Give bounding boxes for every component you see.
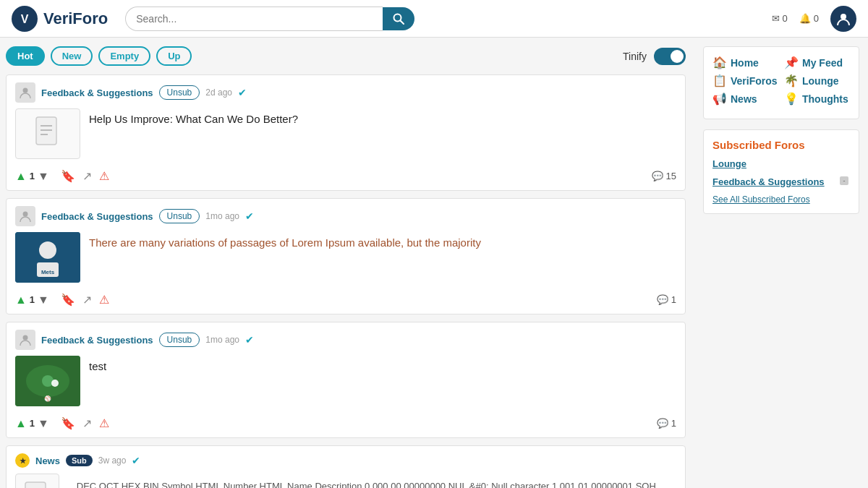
alert-icon[interactable]: ⚠ [99, 169, 109, 183]
comment-icon: 💬 [657, 418, 668, 429]
search-area [125, 7, 414, 31]
post-forum-link[interactable]: Feedback & Suggestions [41, 87, 153, 98]
post-actions: 🔖 ↗ ⚠ [61, 169, 109, 183]
svg-point-5 [23, 88, 28, 93]
alert-icon[interactable]: ⚠ [99, 416, 109, 430]
unsubscribe-icon[interactable]: - [838, 175, 850, 189]
post-time: 1mo ago [205, 211, 239, 221]
comment-number: 15 [666, 171, 676, 181]
sub-forum-lounge[interactable]: Lounge [712, 158, 746, 169]
post-text-content[interactable]: DEC OCT HEX BIN Symbol HTML Number HTML … [68, 474, 676, 488]
post-title[interactable]: Help Us Improve: What Can We Do Better? [89, 108, 298, 127]
logo-area: V VeriForo [12, 6, 108, 32]
nav-news-label: News [731, 93, 757, 105]
share-icon[interactable]: ↗ [82, 293, 92, 307]
svg-text:Mets: Mets [41, 269, 55, 275]
nav-news[interactable]: 📢 News [712, 92, 778, 106]
bookmark-icon[interactable]: 🔖 [61, 416, 75, 430]
upvote-button[interactable]: ▲ [15, 170, 27, 183]
filter-up[interactable]: Up [156, 46, 192, 66]
nav-lounge-label: Lounge [802, 75, 839, 87]
user-icon [19, 333, 32, 346]
subscribed-section: Subscribed Foros Lounge Feedback & Sugge… [703, 129, 859, 214]
sub-forum-item: Feedback & Suggestions - [712, 175, 850, 189]
header-right: ✉ 0 🔔 0 [772, 6, 856, 32]
header: V VeriForo ✉ 0 🔔 0 [0, 0, 868, 38]
post-forum-link[interactable]: Feedback & Suggestions [41, 211, 153, 222]
nav-home[interactable]: 🏠 Home [712, 56, 778, 69]
filter-bar: Hot New Empty Up Tinify [6, 46, 686, 66]
filter-empty[interactable]: Empty [98, 46, 150, 66]
post-forum-link[interactable]: News [35, 455, 60, 466]
avatar[interactable] [830, 6, 856, 32]
post-avatar [15, 206, 35, 226]
post-header: Feedback & Suggestions Unsub 2d ago ✔ [7, 75, 685, 108]
mail-count: 0 [783, 13, 788, 24]
home-icon: 🏠 [712, 56, 727, 69]
tinify-toggle[interactable] [654, 48, 686, 65]
filter-right: Tinify [623, 48, 686, 65]
post-forum-link[interactable]: Feedback & Suggestions [41, 335, 153, 346]
downvote-button[interactable]: ▼ [38, 170, 49, 183]
bookmark-icon[interactable]: 🔖 [61, 169, 75, 183]
downvote-button[interactable]: ▼ [38, 294, 49, 307]
verified-icon: ✔ [245, 334, 254, 346]
logo-icon: V [12, 6, 38, 32]
post-title[interactable]: test [89, 356, 106, 374]
svg-point-10 [23, 212, 28, 217]
search-icon [393, 13, 404, 25]
comment-count[interactable]: 💬 15 [652, 171, 676, 181]
news-badge: ★ [15, 453, 30, 468]
svg-point-15 [23, 335, 28, 341]
filter-new[interactable]: New [51, 46, 93, 66]
comment-count[interactable]: 💬 1 [657, 294, 676, 305]
unsub-button[interactable]: Unsub [159, 209, 200, 223]
post-avatar [15, 330, 35, 350]
nav-lounge[interactable]: 🌴 Lounge [784, 74, 850, 87]
post-avatar [15, 82, 35, 103]
unsub-button[interactable]: Unsub [159, 333, 200, 347]
sub-forum-feedback[interactable]: Feedback & Suggestions [712, 176, 825, 187]
svg-text:-: - [843, 177, 846, 184]
share-icon[interactable]: ↗ [82, 169, 92, 183]
downvote-button[interactable]: ▼ [38, 417, 49, 430]
upvote-button[interactable]: ▲ [15, 417, 27, 430]
vote-area: ▲ 1 ▼ [15, 170, 49, 183]
alert-icon[interactable]: ⚠ [99, 293, 109, 307]
sub-badge: Sub [66, 455, 93, 466]
upvote-button[interactable]: ▲ [15, 294, 27, 307]
table-icon: 📋 [712, 74, 727, 87]
search-button[interactable] [383, 7, 414, 30]
filter-hot[interactable]: Hot [6, 46, 45, 66]
bookmark-icon[interactable]: 🔖 [61, 293, 75, 307]
svg-text:⚾: ⚾ [44, 395, 51, 402]
nav-veriforos-label: VeriForos [731, 75, 778, 87]
vote-count: 1 [30, 418, 35, 429]
post-actions: 🔖 ↗ ⚠ [61, 416, 109, 430]
subscribed-title: Subscribed Foros [712, 139, 850, 151]
bell-group[interactable]: 🔔 0 [799, 13, 819, 24]
mail-group[interactable]: ✉ 0 [772, 13, 788, 24]
vote-count: 1 [30, 171, 35, 181]
post-card: Feedback & Suggestions Unsub 2d ago ✔ He… [6, 74, 686, 191]
post-body: Mets There are many variations of passag… [7, 232, 685, 290]
nav-thoughts[interactable]: 💡 Thoughts [784, 92, 850, 106]
see-all-link[interactable]: See All Subscribed Foros [712, 194, 850, 205]
nav-my-feed[interactable]: 📌 My Feed [784, 56, 850, 69]
svg-point-18 [42, 375, 54, 387]
comment-icon: 💬 [652, 171, 663, 181]
post-title[interactable]: There are many variations of passages of… [89, 232, 481, 250]
thoughts-icon: 💡 [784, 92, 799, 106]
share-icon[interactable]: ↗ [82, 416, 92, 430]
lounge-icon: 🌴 [784, 74, 799, 87]
post-thumbnail: Mets [15, 232, 80, 283]
nav-veriforos[interactable]: 📋 VeriForos [712, 74, 778, 87]
svg-text:V: V [21, 13, 29, 25]
comment-count[interactable]: 💬 1 [657, 418, 676, 429]
comment-number: 1 [671, 294, 676, 305]
post-actions: 🔖 ↗ ⚠ [61, 293, 109, 307]
unsub-button[interactable]: Unsub [159, 85, 200, 100]
verified-icon: ✔ [238, 87, 247, 98]
svg-point-12 [39, 241, 56, 259]
search-input[interactable] [125, 7, 383, 31]
